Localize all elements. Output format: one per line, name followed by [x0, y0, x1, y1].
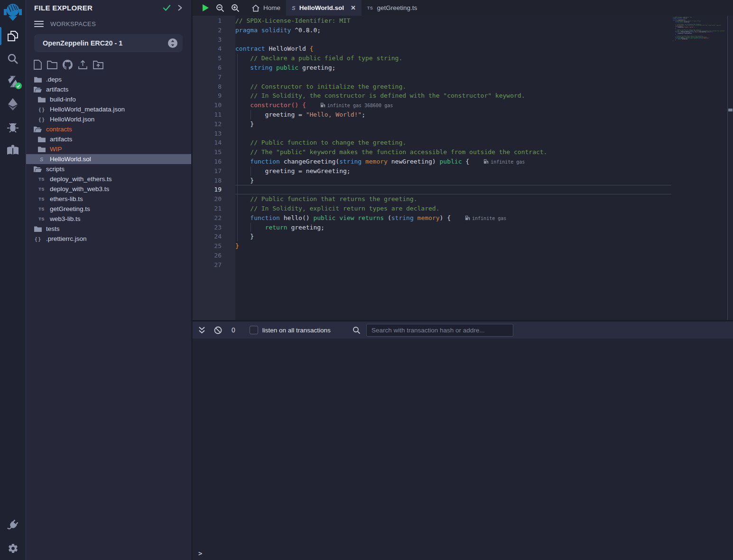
line-number[interactable]: 11	[193, 110, 235, 119]
code-line[interactable]: // In Solidity, the constructor is defin…	[235, 91, 671, 101]
line-number[interactable]: 22	[193, 213, 235, 223]
sidebar-icon-search[interactable]	[0, 47, 26, 70]
code-line[interactable]: greeting = newGreeting;	[235, 166, 671, 176]
code-line[interactable]: // The "public" keyword makes the functi…	[235, 147, 671, 157]
zoom-in-icon[interactable]	[231, 4, 240, 12]
code-line[interactable]: string public greeting;	[235, 63, 671, 73]
code-line[interactable]	[235, 35, 671, 45]
collapse-chevron-icon[interactable]	[177, 4, 183, 11]
code-line[interactable]: }	[235, 241, 671, 251]
tree-item--deps[interactable]: .deps	[26, 74, 191, 84]
tree-item-contracts[interactable]: contracts	[26, 124, 191, 134]
line-number[interactable]: 17	[193, 166, 235, 176]
code-line[interactable]: contract HelloWorld {	[235, 44, 671, 54]
tab-home[interactable]: Home	[246, 0, 286, 16]
editor-minimap[interactable]: // SPDX-License-Identifier: MITpragma so…	[671, 16, 727, 320]
code-line[interactable]	[235, 251, 671, 260]
line-number[interactable]: 26	[193, 251, 235, 260]
line-number[interactable]: 18	[193, 176, 235, 185]
tree-item-build-info[interactable]: build-info	[26, 94, 191, 104]
line-number[interactable]: 7	[193, 73, 235, 82]
line-number[interactable]: 19	[193, 185, 235, 194]
zoom-out-icon[interactable]	[216, 4, 224, 12]
line-number[interactable]: 16	[193, 157, 235, 166]
code-line[interactable]	[235, 73, 671, 82]
tree-item-ethers-lib-ts[interactable]: TS ethers-lib.ts	[26, 194, 191, 204]
sidebar-icon-plugin-manager[interactable]	[0, 514, 26, 537]
line-number[interactable]: 25	[193, 241, 235, 251]
line-number[interactable]: 13	[193, 129, 235, 138]
tree-item-tests[interactable]: tests	[26, 224, 191, 234]
code-area[interactable]: // SPDX-License-Identifier: MITpragma so…	[235, 16, 671, 320]
workspace-dropdown[interactable]: OpenZeppelin ERC20 - 1	[34, 34, 183, 52]
github-icon[interactable]	[63, 60, 73, 70]
tree-item-scripts[interactable]: scripts	[26, 164, 191, 174]
line-number[interactable]: 14	[193, 138, 235, 147]
tree-item-getgreeting-ts[interactable]: TS getGreeting.ts	[26, 204, 191, 214]
run-script-button[interactable]	[202, 4, 209, 12]
sidebar-icon-solidity-compiler[interactable]	[0, 70, 26, 93]
tree-item-artifacts[interactable]: artifacts	[26, 134, 191, 144]
code-line[interactable]	[235, 260, 671, 270]
sidebar-icon-file-explorer[interactable]	[0, 25, 26, 47]
code-line[interactable]	[235, 129, 671, 138]
accept-check-icon[interactable]	[163, 4, 171, 11]
line-number[interactable]: 12	[193, 119, 235, 129]
code-line[interactable]: constructor() {infinite gas 368600 gas	[235, 101, 671, 110]
tree-item--prettierrc-json[interactable]: { } .prettierrc.json	[26, 234, 191, 244]
terminal-output[interactable]: >	[193, 339, 733, 560]
line-number[interactable]: 4	[193, 44, 235, 54]
code-line[interactable]: greeting = "Hello, World!";	[235, 110, 671, 119]
code-line[interactable]: return greeting;	[235, 223, 671, 232]
code-line[interactable]: function changeGreeting(string memory ne…	[235, 157, 671, 166]
line-number[interactable]: 5	[193, 54, 235, 63]
new-folder-icon[interactable]	[47, 60, 57, 69]
upload-folder-icon[interactable]	[93, 60, 103, 69]
scrollbar-thumb[interactable]	[728, 109, 733, 111]
code-line[interactable]: // Public function that returns the gree…	[235, 194, 671, 204]
tree-item-helloworld-sol[interactable]: S HelloWorld.sol	[26, 154, 191, 164]
tree-item-helloworld-json[interactable]: { } HelloWorld.json	[26, 114, 191, 124]
code-line[interactable]: }	[235, 119, 671, 129]
code-line[interactable]	[235, 185, 671, 194]
sidebar-icon-deploy-run[interactable]	[0, 93, 26, 116]
tree-item-wip[interactable]: WIP	[26, 144, 191, 154]
tree-item-deploy-with-web3-ts[interactable]: TS deploy_with_web3.ts	[26, 184, 191, 194]
line-number[interactable]: 1	[193, 16, 235, 26]
line-number[interactable]: 27	[193, 260, 235, 270]
line-number[interactable]: 15	[193, 147, 235, 157]
terminal-collapse-icon[interactable]	[198, 326, 205, 334]
line-number[interactable]: 21	[193, 204, 235, 213]
upload-file-icon[interactable]	[78, 60, 88, 70]
listen-transactions-label[interactable]: listen on all transactions	[262, 327, 331, 334]
line-number[interactable]: 23	[193, 223, 235, 232]
tab-helloworld-sol[interactable]: S HelloWorld.sol ✕	[286, 0, 362, 16]
line-number[interactable]: 24	[193, 232, 235, 241]
line-number[interactable]: 8	[193, 82, 235, 92]
line-number[interactable]: 3	[193, 35, 235, 45]
editor-scrollbar[interactable]	[727, 16, 733, 320]
new-file-icon[interactable]	[34, 60, 42, 70]
clear-console-icon[interactable]	[214, 326, 222, 334]
sidebar-icon-settings[interactable]	[0, 537, 26, 560]
close-tab-icon[interactable]: ✕	[351, 4, 356, 11]
code-line[interactable]: // SPDX-License-Identifier: MIT	[235, 16, 671, 26]
tree-item-artifacts[interactable]: artifacts	[26, 84, 191, 94]
code-line[interactable]: // Public function to change the greetin…	[235, 138, 671, 147]
line-number[interactable]: 9	[193, 91, 235, 101]
tree-item-web3-lib-ts[interactable]: TS web3-lib.ts	[26, 214, 191, 224]
code-line[interactable]: // Declare a public field of type string…	[235, 54, 671, 63]
code-line[interactable]: }	[235, 232, 671, 241]
terminal-search-input[interactable]	[366, 324, 513, 337]
sidebar-icon-learneth[interactable]	[0, 138, 26, 161]
code-line[interactable]: // In Solidity, explicit return types ar…	[235, 204, 671, 213]
listen-transactions-checkbox[interactable]	[250, 326, 258, 334]
workspaces-menu-icon[interactable]	[34, 20, 44, 28]
sidebar-icon-debugger[interactable]	[0, 116, 26, 138]
code-line[interactable]: // Constructor to initialize the greetin…	[235, 82, 671, 92]
line-number[interactable]: 20	[193, 194, 235, 204]
code-line[interactable]: pragma solidity ^0.8.0;	[235, 26, 671, 35]
line-number[interactable]: 10	[193, 101, 235, 110]
line-number[interactable]: 2	[193, 26, 235, 35]
code-line[interactable]: }	[235, 176, 671, 185]
